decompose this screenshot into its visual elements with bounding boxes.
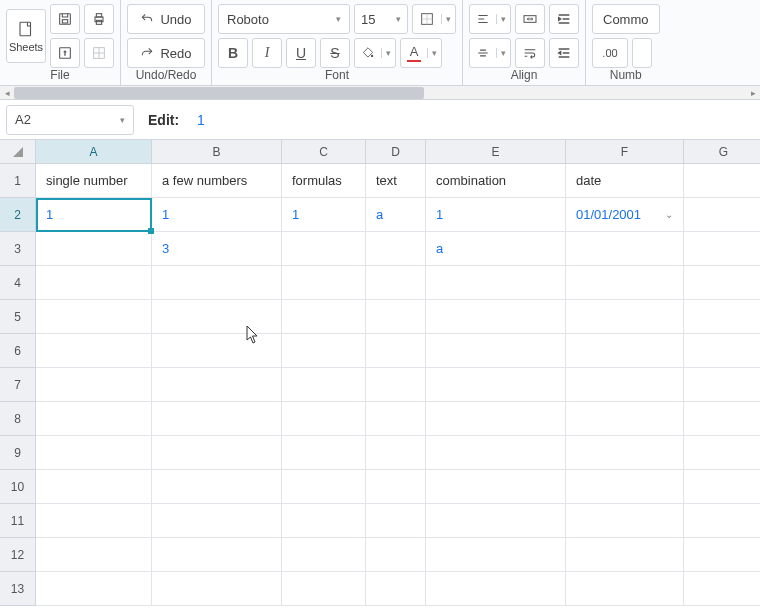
cell-B8[interactable]: [152, 402, 282, 436]
indent-inc-button[interactable]: [549, 4, 579, 34]
cell-G4[interactable]: [684, 266, 760, 300]
number-format-button[interactable]: Commo: [592, 4, 660, 34]
cell-B2[interactable]: 1: [152, 198, 282, 232]
cell-F8[interactable]: [566, 402, 684, 436]
cell-A3[interactable]: [36, 232, 152, 266]
row-header-8[interactable]: 8: [0, 402, 36, 436]
cell-C6[interactable]: [282, 334, 366, 368]
cell-B5[interactable]: [152, 300, 282, 334]
cell-C9[interactable]: [282, 436, 366, 470]
cell-G12[interactable]: [684, 538, 760, 572]
cell-F4[interactable]: [566, 266, 684, 300]
cell-C3[interactable]: [282, 232, 366, 266]
row-header-6[interactable]: 6: [0, 334, 36, 368]
cell-B6[interactable]: [152, 334, 282, 368]
italic-button[interactable]: I: [252, 38, 282, 68]
cell-C2[interactable]: 1: [282, 198, 366, 232]
cell-F1[interactable]: date: [566, 164, 684, 198]
sheets-button[interactable]: Sheets: [6, 9, 46, 63]
cell-F2[interactable]: 01/01/2001⌄: [566, 198, 684, 232]
formula-input[interactable]: [193, 105, 760, 135]
cell-F10[interactable]: [566, 470, 684, 504]
cell-E2[interactable]: 1: [426, 198, 566, 232]
cell-D8[interactable]: [366, 402, 426, 436]
merge-button[interactable]: [515, 4, 545, 34]
cell-C7[interactable]: [282, 368, 366, 402]
row-header-10[interactable]: 10: [0, 470, 36, 504]
cell-G10[interactable]: [684, 470, 760, 504]
cell-D7[interactable]: [366, 368, 426, 402]
cell-D6[interactable]: [366, 334, 426, 368]
cell-G6[interactable]: [684, 334, 760, 368]
cell-G8[interactable]: [684, 402, 760, 436]
row-header-4[interactable]: 4: [0, 266, 36, 300]
cell-B1[interactable]: a few numbers: [152, 164, 282, 198]
scroll-thumb[interactable]: [14, 87, 424, 99]
cell-F3[interactable]: [566, 232, 684, 266]
cells-area[interactable]: single numbera few numbersformulastextco…: [36, 164, 760, 606]
underline-button[interactable]: U: [286, 38, 316, 68]
font-family-select[interactable]: Roboto ▾: [218, 4, 350, 34]
cell-B9[interactable]: [152, 436, 282, 470]
cell-A12[interactable]: [36, 538, 152, 572]
cell-A6[interactable]: [36, 334, 152, 368]
cell-E7[interactable]: [426, 368, 566, 402]
row-header-11[interactable]: 11: [0, 504, 36, 538]
row-header-2[interactable]: 2: [0, 198, 36, 232]
cell-G1[interactable]: [684, 164, 760, 198]
cell-D11[interactable]: [366, 504, 426, 538]
cell-D3[interactable]: [366, 232, 426, 266]
cell-A1[interactable]: single number: [36, 164, 152, 198]
cell-D12[interactable]: [366, 538, 426, 572]
scroll-left-arrow[interactable]: ◂: [0, 86, 14, 100]
cell-D9[interactable]: [366, 436, 426, 470]
cell-C4[interactable]: [282, 266, 366, 300]
cell-C12[interactable]: [282, 538, 366, 572]
cell-G13[interactable]: [684, 572, 760, 606]
print-button[interactable]: [84, 4, 114, 34]
fill-color-button[interactable]: ▾: [354, 38, 396, 68]
cell-G3[interactable]: [684, 232, 760, 266]
cell-F9[interactable]: [566, 436, 684, 470]
cell-E4[interactable]: [426, 266, 566, 300]
cell-E6[interactable]: [426, 334, 566, 368]
select-all-corner[interactable]: [0, 140, 36, 164]
cell-B12[interactable]: [152, 538, 282, 572]
cell-F13[interactable]: [566, 572, 684, 606]
toolbar-hscroll[interactable]: ◂ ▸: [0, 86, 760, 100]
row-header-9[interactable]: 9: [0, 436, 36, 470]
save-button[interactable]: [50, 4, 80, 34]
wrap-button[interactable]: [515, 38, 545, 68]
cell-A8[interactable]: [36, 402, 152, 436]
cell-F5[interactable]: [566, 300, 684, 334]
cell-D2[interactable]: a: [366, 198, 426, 232]
cell-C10[interactable]: [282, 470, 366, 504]
cell-B3[interactable]: 3: [152, 232, 282, 266]
cell-F7[interactable]: [566, 368, 684, 402]
export-button[interactable]: [50, 38, 80, 68]
cell-G2[interactable]: [684, 198, 760, 232]
valign-button[interactable]: ▾: [469, 38, 511, 68]
increase-decimal-button[interactable]: .00: [592, 38, 628, 68]
cell-A4[interactable]: [36, 266, 152, 300]
cell-D5[interactable]: [366, 300, 426, 334]
bold-button[interactable]: B: [218, 38, 248, 68]
cell-A2[interactable]: 1: [36, 198, 152, 232]
cell-E9[interactable]: [426, 436, 566, 470]
cell-G7[interactable]: [684, 368, 760, 402]
cell-G11[interactable]: [684, 504, 760, 538]
column-header-D[interactable]: D: [366, 140, 426, 164]
column-header-G[interactable]: G: [684, 140, 760, 164]
redo-button[interactable]: Redo: [127, 38, 205, 68]
cell-G5[interactable]: [684, 300, 760, 334]
cell-B13[interactable]: [152, 572, 282, 606]
font-size-select[interactable]: 15 ▾: [354, 4, 408, 34]
chevron-down-icon[interactable]: ⌄: [665, 209, 673, 220]
cell-F12[interactable]: [566, 538, 684, 572]
cell-A7[interactable]: [36, 368, 152, 402]
halign-button[interactable]: ▾: [469, 4, 511, 34]
column-header-C[interactable]: C: [282, 140, 366, 164]
cell-A10[interactable]: [36, 470, 152, 504]
decrease-decimal-button[interactable]: [632, 38, 652, 68]
scroll-right-arrow[interactable]: ▸: [746, 86, 760, 100]
